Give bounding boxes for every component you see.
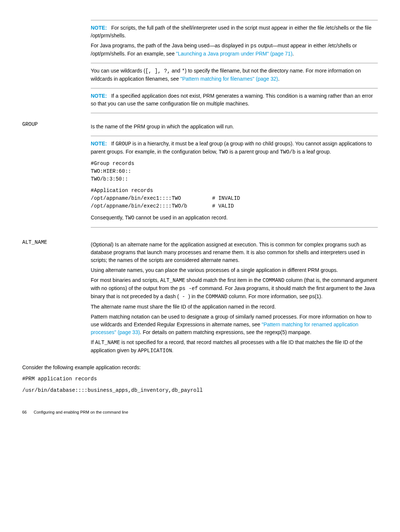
text: should match the first item in the [185,277,263,283]
java-paragraph: For Java programs, the path of the Java … [91,42,378,58]
note-text: For scripts, the full path of the shell/… [91,25,371,38]
text: Consequently, [91,215,125,220]
term-alt-name: ALT_NAME [22,239,91,246]
text: For most binaries and scripts, [91,277,160,283]
text: is not specified for a record, that reco… [91,339,363,353]
text: is a parent group and [228,149,280,155]
text: . [293,51,294,57]
footer-title: Configuring and enabling PRM on the comm… [34,410,128,414]
text: . For details on pattern matching expres… [140,329,311,335]
text: ) in the [188,293,206,299]
code-dash: - [179,294,188,300]
alt-para4: The alternate name must share the file I… [91,303,378,311]
note-label: NOTE: [91,25,107,31]
code-brackets: [, ], ?, [145,68,170,74]
note-text: If a specified application does not exis… [91,93,373,107]
text: cannot be used in an application record. [134,215,228,220]
divider [91,113,378,113]
page-number: 66 [22,409,33,415]
text: You can use wildcards ( [91,68,145,74]
text: If [111,141,116,147]
note-label: NOTE: [91,141,107,147]
note-label: NOTE: [91,93,107,99]
code-ps: ps [250,43,257,49]
consider-text: Consider the following example applicati… [22,364,378,371]
code-star: * [182,68,185,74]
code-application-records: #Application records /opt/appname/bin/ex… [91,187,378,210]
code-two-b: TWO/b [280,149,296,155]
code-ps-ef: ps -ef [179,286,198,292]
alt-para1: (Optional) Is an alternate name for the … [91,241,378,264]
group-description: Is the name of the PRM group in which th… [91,123,378,131]
alt-para2: Using alternate names, you can place the… [91,266,378,274]
text: . [172,347,173,353]
wildcards-paragraph: You can use wildcards ([, ], ?, and *) t… [91,67,378,83]
divider [91,227,378,228]
text: For Java programs, the path of the Java … [91,43,250,48]
alt-para5: Pattern matching notation can be used to… [91,313,378,336]
code-two: TWO [219,149,228,155]
code-alt-name: ALT_NAME [95,340,120,346]
text: is a leaf group. [296,149,331,155]
definition-alt-name: ALT_NAME (Optional) Is an alternate name… [22,239,378,357]
divider [91,88,378,88]
alt-para3: For most binaries and scripts, ALT_NAME … [91,276,378,301]
code-group: GROUP [116,141,131,147]
definition-group: GROUP Is the name of the PRM group in wh… [22,121,378,231]
code-two: TWO [125,215,134,221]
code-command: COMMAND [206,294,227,300]
note-paragraph: NOTE: If a specified application does no… [91,92,378,108]
alt-para6: If ALT_NAME is not specified for a recor… [91,339,378,355]
text: and [170,68,182,74]
text: column. For more information, see ps(1). [227,293,323,299]
code-application: APPLICATION [138,348,172,354]
page-footer: 66 Configuring and enabling PRM on the c… [22,409,378,415]
consequently-paragraph: Consequently, TWO cannot be used in an a… [91,214,378,222]
text: . [278,76,280,82]
divider [91,63,378,63]
code-prm-records: #PRM application records [22,375,378,383]
note-paragraph: NOTE: If GROUP is in a hierarchy, it mus… [91,140,378,156]
link-pattern-matching-filenames[interactable]: "Pattern matching for filenames" (page 3… [180,76,278,82]
text: If [91,339,95,345]
link-launching-java[interactable]: "Launching a Java program under PRM" (pa… [176,51,292,57]
definition-body: (Optional) Is an alternate name for the … [91,239,378,357]
term-group: GROUP [22,121,91,128]
section-block-1: NOTE: For scripts, the full path of the … [91,20,378,113]
note-paragraph: NOTE: For scripts, the full path of the … [91,24,378,40]
code-group-records: #Group records TWO:HIER:60:: TWO/b:3:50:… [91,160,378,183]
divider [91,20,378,20]
code-alt-name: ALT_NAME [160,277,185,283]
code-database-example: /usr/bin/database::::business_apps,db_in… [22,387,378,394]
code-command: COMMAND [263,277,284,283]
divider [91,136,378,136]
definition-body: Is the name of the PRM group in which th… [91,121,378,231]
